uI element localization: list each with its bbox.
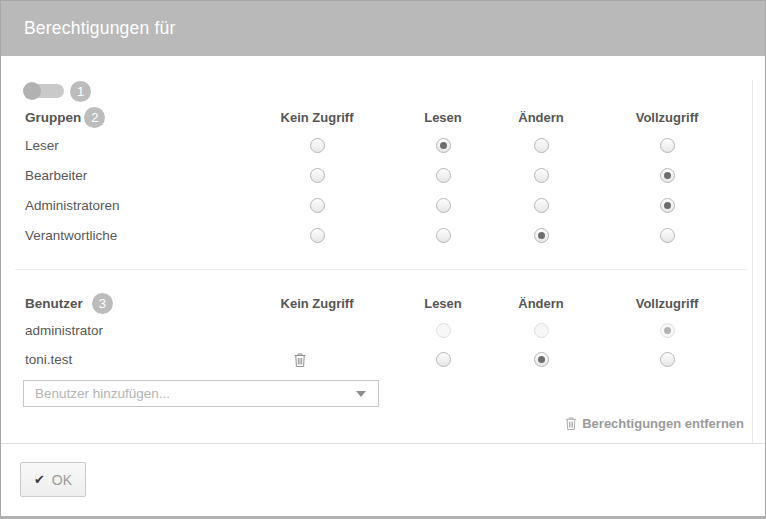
permission-radio-kein-zugriff[interactable] [310,138,325,153]
trash-icon [565,417,577,430]
permission-radio-lesen[interactable] [436,352,451,367]
permission-radio-aendern[interactable] [534,228,549,243]
column-header-lesen: Lesen [424,296,462,311]
user-name: administrator [25,323,103,338]
toggle-knob [23,82,41,100]
permission-radio-kein-zugriff[interactable] [310,168,325,183]
permission-radio-lesen[interactable] [436,228,451,243]
ok-button[interactable]: ✔ OK [20,462,86,497]
column-header-vollzugriff: Vollzugriff [636,110,699,125]
table-row-administratoren: Administratoren [25,190,765,220]
column-header-vollzugriff: Vollzugriff [636,296,699,311]
annotation-badge-3: 3 [92,293,113,314]
table-row-bearbeiter: Bearbeiter [25,160,765,190]
users-table: Benutzer 3 Kein Zugriff Lesen Ändern Vol… [1,290,765,374]
remove-permissions-label: Berechtigungen entfernen [582,416,744,431]
remove-permissions-button[interactable]: Berechtigungen entfernen [565,416,744,431]
dialog-footer: ✔ OK [1,443,765,516]
dialog-title: Berechtigungen für [24,18,175,38]
group-name: Bearbeiter [25,168,87,183]
check-icon: ✔ [34,472,45,487]
permission-radio-aendern [534,323,549,338]
chevron-down-icon [356,391,366,397]
column-header-kein-zugriff: Kein Zugriff [281,296,354,311]
column-header-aendern: Ändern [518,110,564,125]
permission-radio-lesen[interactable] [436,168,451,183]
add-user-placeholder: Benutzer hinzufügen... [35,386,356,401]
dialog-titlebar: Berechtigungen für [1,1,765,56]
table-row-toni-test: toni.test [25,345,765,374]
annotation-badge-2: 2 [84,107,105,128]
permission-radio-aendern[interactable] [534,198,549,213]
trash-icon[interactable] [294,353,306,367]
remove-permissions-row: Berechtigungen entfernen [1,416,765,434]
column-header-aendern: Ändern [518,296,564,311]
groups-header-row: Gruppen 2 Kein Zugriff Lesen Ändern Voll… [25,104,765,130]
section-divider [15,269,747,270]
permission-radio-vollzugriff[interactable] [660,168,675,183]
ok-button-label: OK [52,472,72,488]
scrollbar-track[interactable] [752,80,753,466]
permissions-dialog: Berechtigungen für 1 Gruppen 2 Kein Zugr… [0,0,766,519]
table-row-leser: Leser [25,130,765,160]
permission-radio-vollzugriff[interactable] [660,228,675,243]
permission-radio-aendern[interactable] [534,168,549,183]
permission-radio-lesen[interactable] [436,198,451,213]
permission-radio-aendern[interactable] [534,138,549,153]
add-user-select[interactable]: Benutzer hinzufügen... [23,380,379,407]
permission-radio-vollzugriff[interactable] [660,138,675,153]
permission-radio-lesen [436,323,451,338]
permission-radio-vollzugriff[interactable] [660,352,675,367]
dialog-content: 1 Gruppen 2 Kein Zugriff Lesen Ändern Vo… [1,80,765,467]
permission-radio-vollzugriff[interactable] [660,198,675,213]
groups-section-label: Gruppen [25,110,81,125]
annotation-badge-1: 1 [70,81,91,102]
permission-radio-vollzugriff [660,323,675,338]
toggle-switch-icon[interactable] [24,84,64,98]
column-header-kein-zugriff: Kein Zugriff [281,110,354,125]
groups-table: Gruppen 2 Kein Zugriff Lesen Ändern Voll… [1,104,765,250]
permission-radio-kein-zugriff[interactable] [310,228,325,243]
permission-radio-aendern[interactable] [534,352,549,367]
user-name: toni.test [25,352,72,367]
group-name: Leser [25,138,59,153]
users-header-row: Benutzer 3 Kein Zugriff Lesen Ändern Vol… [25,290,765,316]
users-section-label: Benutzer [25,296,83,311]
inheritance-row: 1 [24,80,765,102]
table-row-verantwortliche: Verantwortliche [25,220,765,250]
group-name: Verantwortliche [25,228,117,243]
table-row-administrator: administrator [25,316,765,345]
permission-radio-kein-zugriff[interactable] [310,198,325,213]
column-header-lesen: Lesen [424,110,462,125]
group-name: Administratoren [25,198,120,213]
permission-radio-lesen[interactable] [436,138,451,153]
